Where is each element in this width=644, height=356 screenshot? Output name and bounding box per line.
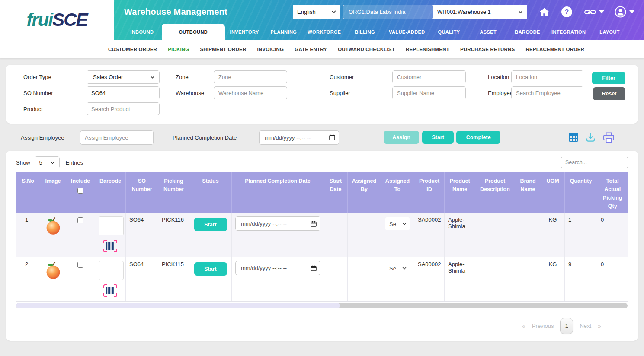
cell-picking-number: PICK115: [158, 257, 189, 302]
link-icon[interactable]: [584, 9, 604, 15]
download-icon[interactable]: [586, 133, 596, 143]
subnav-gate-entry[interactable]: GATE ENTRY: [295, 47, 327, 52]
col-planned-completion-date: Planned Completion Date: [232, 172, 324, 213]
cell-barcode: [95, 213, 126, 257]
subnav-invoicing[interactable]: INVOICING: [257, 47, 284, 52]
user-account-icon[interactable]: [615, 6, 634, 18]
product-input[interactable]: [87, 102, 160, 115]
col-product-id: Product ID: [414, 172, 445, 213]
col-barcode: Barcode: [95, 172, 126, 213]
col-include: Include: [66, 172, 95, 213]
cell-total-actual-picking-qty: 0: [597, 213, 628, 257]
include-row-checkbox[interactable]: [77, 262, 83, 268]
tab-planning[interactable]: PLANNING: [264, 24, 304, 40]
top-bar: fruiSCE Warehouse Management English WH0…: [0, 0, 644, 40]
include-row-checkbox[interactable]: [77, 217, 83, 223]
reset-button[interactable]: Reset: [593, 87, 625, 100]
location-label: Location: [488, 74, 511, 80]
page-1-button[interactable]: 1: [560, 318, 573, 334]
supplier-input[interactable]: [392, 86, 466, 99]
table-search-input[interactable]: [561, 157, 628, 168]
col-picking-number: Picking Number: [158, 172, 189, 213]
include-all-checkbox[interactable]: [77, 188, 83, 194]
complete-button[interactable]: Complete: [456, 131, 500, 144]
cell-uom: KG: [541, 257, 565, 302]
print-icon[interactable]: [603, 132, 615, 143]
order-type-label: Order Type: [23, 74, 87, 80]
assign-employee-input[interactable]: [80, 130, 154, 145]
next-arrow[interactable]: »: [598, 323, 601, 330]
warehouse-label: Warehouse: [176, 90, 214, 96]
subnav-replacement-order[interactable]: REPLACEMENT ORDER: [525, 47, 584, 52]
warehouse-name-input[interactable]: [214, 86, 287, 99]
cell-planned-completion: [232, 257, 324, 302]
scrollbar-thumb[interactable]: [16, 303, 340, 308]
tab-layout[interactable]: LAYOUT: [590, 24, 629, 40]
row-planned-date-input[interactable]: [235, 261, 320, 275]
so-number-input[interactable]: [87, 86, 160, 99]
row-start-button[interactable]: Start: [194, 218, 227, 231]
tab-outbound[interactable]: OUTBOUND: [162, 24, 225, 40]
tab-barcode[interactable]: BARCODE: [508, 24, 547, 40]
caret-down-icon[interactable]: [629, 10, 634, 13]
tab-inventory[interactable]: INVENTORY: [225, 24, 264, 40]
previous-arrow[interactable]: «: [522, 323, 525, 330]
assigned-to-select[interactable]: Se: [385, 217, 410, 230]
header-gradient-band: Warehouse Management English WH001:Wareh…: [114, 0, 644, 40]
barcode-scan-icon[interactable]: [99, 284, 122, 297]
language-select[interactable]: English: [293, 5, 340, 19]
col-so-number: SO Number: [126, 172, 158, 213]
col-start-date: Start Date: [324, 172, 348, 213]
tab-value-added[interactable]: VALUE-ADDED: [384, 24, 429, 40]
row-planned-date-input[interactable]: [235, 216, 320, 231]
assign-button[interactable]: Assign: [384, 131, 419, 144]
tab-asset[interactable]: ASSET: [468, 24, 508, 40]
horizontal-scrollbar[interactable]: [16, 303, 628, 308]
barcode-scan-icon[interactable]: [99, 239, 122, 253]
warehouse-select[interactable]: WH001:Warehouse 1: [433, 5, 527, 19]
table-view-icon[interactable]: [569, 133, 578, 142]
help-icon[interactable]: ?: [561, 6, 572, 17]
product-label: Product: [23, 106, 87, 112]
barcode-input[interactable]: [99, 216, 124, 235]
subnav-customer-order[interactable]: CUSTOMER ORDER: [108, 47, 157, 52]
subnav-purchase-returns[interactable]: PURCHASE RETURNS: [460, 47, 515, 52]
previous-link[interactable]: Previous: [532, 323, 554, 329]
organization-input[interactable]: [343, 5, 433, 19]
location-input[interactable]: [511, 70, 583, 83]
start-button[interactable]: Start: [422, 131, 454, 144]
subnav-outward-checklist[interactable]: OUTWARD CHECKLIST: [338, 47, 395, 52]
cell-sno: 1: [16, 213, 40, 257]
table-header-row: S.No Image Include Barcode SO Number Pic…: [16, 172, 628, 213]
order-type-select[interactable]: Sales Order: [87, 70, 160, 84]
caret-down-icon[interactable]: [599, 10, 604, 13]
subnav-replenishment[interactable]: REPLENISHMENT: [406, 47, 449, 52]
row-start-button[interactable]: Start: [194, 262, 227, 276]
tab-integration[interactable]: INTEGRATION: [547, 24, 590, 40]
supplier-label: Supplier: [330, 90, 392, 96]
home-icon[interactable]: [539, 8, 549, 16]
tab-inbound[interactable]: INBOUND: [122, 24, 162, 40]
entries-per-page-select[interactable]: 5: [35, 156, 60, 168]
subnav-picking[interactable]: PICKING: [168, 47, 189, 52]
cell-include: [66, 257, 95, 302]
assign-employee-label: Assign Employee: [21, 134, 80, 141]
subnav-shipment-order[interactable]: SHIPMENT ORDER: [200, 47, 246, 52]
col-status: Status: [189, 172, 232, 213]
cell-so-number: SO64: [126, 213, 158, 257]
cell-product-id: SA00002: [414, 257, 445, 302]
customer-input[interactable]: [392, 70, 466, 83]
planned-completion-input[interactable]: [259, 130, 339, 145]
assigned-to-select[interactable]: Se: [385, 262, 410, 275]
show-label: Show: [16, 159, 30, 166]
next-link[interactable]: Next: [580, 323, 591, 329]
zone-input[interactable]: [214, 70, 287, 83]
tab-workforce[interactable]: WORKFORCE: [303, 24, 345, 40]
employee-input[interactable]: [511, 86, 583, 99]
tab-quality[interactable]: QUALITY: [429, 24, 469, 40]
barcode-input[interactable]: [99, 261, 124, 280]
filter-button[interactable]: Filter: [592, 72, 625, 84]
cell-quantity: 1: [565, 213, 597, 257]
employee-label: Employee: [488, 90, 511, 96]
tab-billing[interactable]: BILLING: [345, 24, 384, 40]
